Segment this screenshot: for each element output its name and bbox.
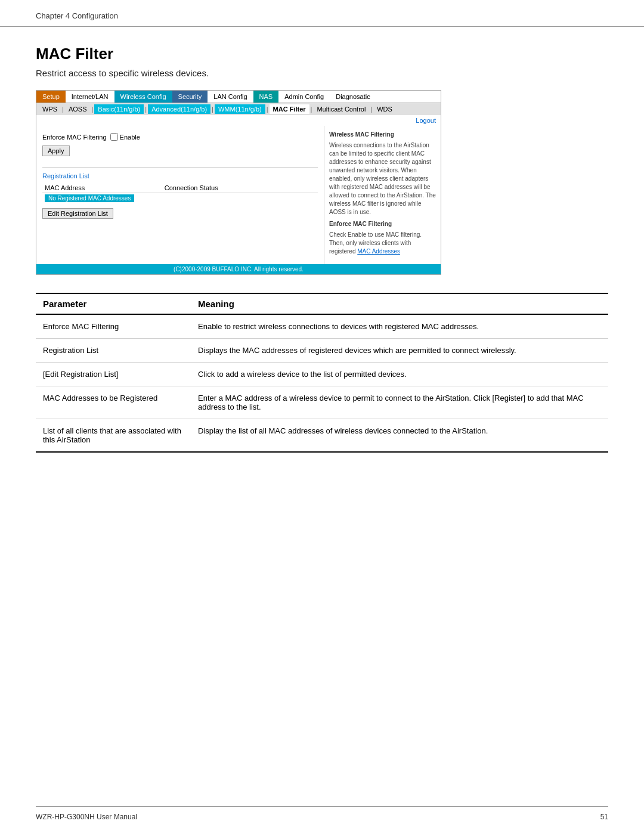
nav-tab-setup[interactable]: Setup <box>36 91 66 103</box>
sub-tab-wmm[interactable]: WMM(11n/g/b) <box>215 104 265 114</box>
enforce-mac-label: Enforce MAC Filtering <box>42 134 107 141</box>
page-title: MAC Filter <box>36 45 608 63</box>
meaning-cell: Enable to restrict wireless connections … <box>191 314 608 339</box>
param-cell: Registration List <box>36 339 191 363</box>
footer-left: WZR-HP-G300NH User Manual <box>36 813 137 821</box>
mac-col-header: MAC Address <box>42 183 162 193</box>
nav-tab-lanconfig[interactable]: LAN Config <box>208 91 253 103</box>
page-footer: WZR-HP-G300NH User Manual 51 <box>36 806 608 821</box>
logout-link[interactable]: Logout <box>416 117 436 124</box>
sub-tab-multicast[interactable]: Multicast Control <box>313 104 369 114</box>
meaning-cell: Display the list of all MAC addresses of… <box>191 419 608 453</box>
table-row: Enforce MAC FilteringEnable to restrict … <box>36 314 608 339</box>
parameter-table: Parameter Meaning Enforce MAC FilteringE… <box>36 293 608 453</box>
enable-text: Enable <box>120 134 140 141</box>
sidebar-text1: Wireless connections to the AirStation c… <box>329 141 436 216</box>
param-cell: Enforce MAC Filtering <box>36 314 191 339</box>
sidebar-mac-link[interactable]: MAC Addresses <box>357 248 400 255</box>
meaning-cell: Click to add a wireless device to the li… <box>191 363 608 386</box>
apply-button[interactable]: Apply <box>42 145 70 156</box>
sidebar-title1: Wireless MAC Filtering <box>329 131 436 139</box>
table-row: No Registered MAC Addresses <box>42 193 318 204</box>
meaning-cell: Enter a MAC address of a wireless device… <box>191 386 608 419</box>
router-sidebar: Wireless MAC Filtering Wireless connecti… <box>324 126 441 264</box>
enable-checkbox[interactable] <box>110 133 118 141</box>
nav-tabs-row1: Setup Internet/LAN Wireless Config Secur… <box>36 91 441 103</box>
sub-tab-advanced[interactable]: Advanced(11n/g/b) <box>148 104 210 114</box>
table-row: MAC Addresses to be RegisteredEnter a MA… <box>36 386 608 419</box>
sidebar-title2: Enforce MAC Filtering <box>329 220 436 228</box>
chapter-label: Chapter 4 Configuration <box>36 11 118 20</box>
sub-tab-aoss[interactable]: AOSS <box>65 104 91 114</box>
conn-col-header: Connection Status <box>162 183 318 193</box>
sub-tab-wds[interactable]: WDS <box>373 104 396 114</box>
router-footer-text: (C)2000-2009 BUFFALO INC. All rights res… <box>174 266 304 272</box>
meaning-col-header: Meaning <box>191 293 608 314</box>
nav-tab-wirelessconfig[interactable]: Wireless Config <box>114 91 172 103</box>
enable-checkbox-label[interactable]: Enable <box>110 133 140 141</box>
table-row: List of all clients that are associated … <box>36 419 608 453</box>
meaning-cell: Displays the MAC addresses of registered… <box>191 339 608 363</box>
param-cell: MAC Addresses to be Registered <box>36 386 191 419</box>
sidebar-text2: Check Enable to use MAC filtering. Then,… <box>329 231 436 256</box>
edit-registration-button[interactable]: Edit Registration List <box>42 208 113 219</box>
reg-list-title: Registration List <box>42 172 318 179</box>
mac-table: MAC Address Connection Status No Registe… <box>42 183 318 203</box>
param-cell: [Edit Registration List] <box>36 363 191 386</box>
router-main: Enforce MAC Filtering Enable Apply Regis… <box>36 126 324 264</box>
no-mac-badge: No Registered MAC Addresses <box>45 194 134 202</box>
nav-tab-diagnosatic[interactable]: Diagnosatic <box>330 91 376 103</box>
enforce-row: Enforce MAC Filtering Enable <box>42 133 318 141</box>
table-row: Registration ListDisplays the MAC addres… <box>36 339 608 363</box>
sub-tab-macfilter[interactable]: MAC Filter <box>270 104 309 114</box>
nav-tab-internetlan[interactable]: Internet/LAN <box>66 91 114 103</box>
footer-right: 51 <box>600 813 608 821</box>
table-row: [Edit Registration List]Click to add a w… <box>36 363 608 386</box>
router-ui: Setup Internet/LAN Wireless Config Secur… <box>36 90 441 275</box>
nav-tabs-row2: WPS | AOSS | Basic(11n/g/b) | Advanced(1… <box>36 103 441 115</box>
sub-tab-wps[interactable]: WPS <box>39 104 61 114</box>
divider <box>42 167 318 168</box>
param-cell: List of all clients that are associated … <box>36 419 191 453</box>
nav-tab-adminconfig[interactable]: Admin Config <box>278 91 330 103</box>
param-col-header: Parameter <box>36 293 191 314</box>
nav-tab-nas[interactable]: NAS <box>253 91 279 103</box>
sub-tab-basic[interactable]: Basic(11n/g/b) <box>94 104 144 114</box>
router-body: Enforce MAC Filtering Enable Apply Regis… <box>36 126 441 264</box>
logout-row: Logout <box>36 115 441 126</box>
router-footer: (C)2000-2009 BUFFALO INC. All rights res… <box>36 264 441 274</box>
page-subtitle: Restrict access to specific wireless dev… <box>36 68 608 78</box>
nav-tab-security[interactable]: Security <box>172 91 208 103</box>
